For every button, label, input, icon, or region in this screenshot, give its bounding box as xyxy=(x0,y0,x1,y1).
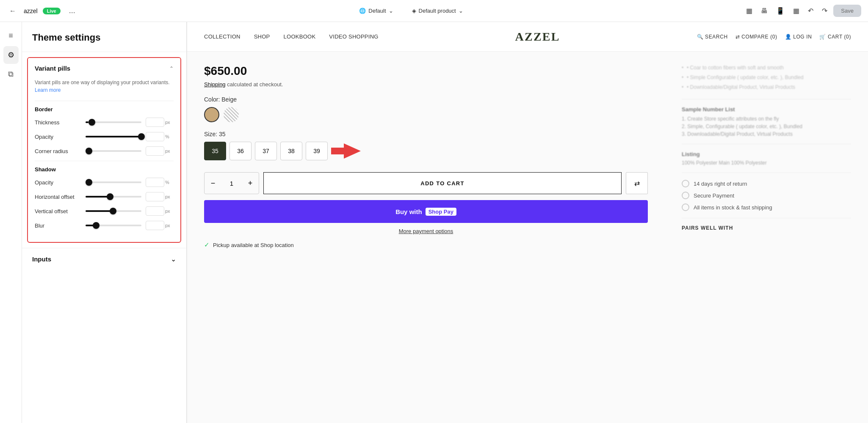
listing-title: Listing xyxy=(682,151,851,157)
vertical-offset-label: Vertical offset xyxy=(35,208,81,214)
variant-pills-description: Variant pills are one way of displaying … xyxy=(35,79,174,94)
opacity-input-group: 100 % xyxy=(146,132,174,141)
thickness-label: Thickness xyxy=(35,119,81,126)
thickness-input[interactable]: 1 xyxy=(146,118,164,127)
blur-input-group: 5 px xyxy=(146,221,174,230)
sidebar-settings-button[interactable]: ⚙ xyxy=(3,46,19,64)
top-bar-center: 🌐 Default ⌄ ◈ Default product ⌄ xyxy=(355,5,467,16)
quantity-control: − 1 + xyxy=(204,172,259,194)
default-product-dropdown[interactable]: ◈ Default product ⌄ xyxy=(408,5,467,16)
sample-item-3: 3. Downloadable/Digital Product, Virtual… xyxy=(682,131,851,137)
nav-login[interactable]: 👤 LOG IN xyxy=(785,34,812,40)
exchange-button[interactable]: ⇄ xyxy=(626,172,648,194)
vertical-offset-input[interactable]: 4 xyxy=(146,206,164,216)
trust-items: 14 days right of return Secure Payment A… xyxy=(682,180,851,211)
size-37[interactable]: 37 xyxy=(255,142,277,160)
pickup-text: Pickup available at Shop location xyxy=(213,242,294,248)
undo-button[interactable]: ↶ xyxy=(805,4,816,17)
blur-input[interactable]: 5 xyxy=(146,221,164,230)
shadow-opacity-slider[interactable] xyxy=(86,181,141,183)
sidebar-nav-button[interactable]: ≡ xyxy=(4,27,17,44)
sample-list-title: Sample Number List xyxy=(682,106,851,113)
blur-slider[interactable] xyxy=(86,225,141,226)
nav-video-shopping[interactable]: VIDEO SHOPPING xyxy=(329,33,378,40)
redo-button[interactable]: ↷ xyxy=(819,4,830,17)
exchange-icon: ⇄ xyxy=(634,179,640,187)
quantity-value: 1 xyxy=(221,180,242,187)
opacity-input[interactable]: 100 xyxy=(146,132,164,141)
product-price: $650.00 xyxy=(204,64,648,78)
nav-shop[interactable]: SHOP xyxy=(254,33,270,40)
default-label: Default xyxy=(368,8,386,14)
color-swatch-striped[interactable] xyxy=(224,107,239,122)
vertical-offset-unit: px xyxy=(165,209,174,214)
settings-panel: Theme settings Variant pills ⌃ Variant p… xyxy=(22,22,187,423)
size-36[interactable]: 36 xyxy=(229,142,252,160)
quantity-increase-button[interactable]: + xyxy=(242,173,259,193)
nav-actions: 🔍 SEARCH ⇄ COMPARE (0) 👤 LOG IN 🛒 CART (… xyxy=(697,34,851,40)
features-list: • Coar to cotton fibers with soft and sm… xyxy=(682,64,851,91)
inputs-title: Inputs xyxy=(32,255,51,263)
size-label: Size: 35 xyxy=(204,131,648,137)
shadow-opacity-label: Opacity xyxy=(35,179,81,186)
size-38[interactable]: 38 xyxy=(280,142,302,160)
corner-radius-slider[interactable] xyxy=(86,150,141,152)
more-options-button[interactable]: ... xyxy=(66,5,79,17)
nav-cart[interactable]: 🛒 CART (0) xyxy=(819,34,851,40)
shadow-opacity-input[interactable]: 0 xyxy=(146,178,164,187)
nav-lookbook[interactable]: LOOKBOOK xyxy=(284,33,316,40)
opacity-unit: % xyxy=(165,134,174,139)
pickup-row: ✓ Pickup available at Shop location xyxy=(204,241,648,249)
shop-pay-badge: Shop Pay xyxy=(426,208,456,216)
horizontal-offset-unit: px xyxy=(165,194,174,199)
top-bar-left: ← azzel Live ... xyxy=(7,5,79,17)
product-right: • Coar to cotton fibers with soft and sm… xyxy=(673,64,851,249)
horizontal-offset-input[interactable]: 0 xyxy=(146,192,164,201)
thickness-slider[interactable] xyxy=(86,121,141,123)
chevron-down-icon: ⌄ xyxy=(389,8,393,14)
back-button[interactable]: ← xyxy=(7,5,19,17)
add-to-cart-button[interactable]: ADD TO CART xyxy=(263,172,622,194)
quantity-decrease-button[interactable]: − xyxy=(205,173,221,193)
nav-collection[interactable]: COLLECTION xyxy=(204,33,240,40)
more-payment-options[interactable]: More payment options xyxy=(204,228,648,234)
size-39[interactable]: 39 xyxy=(306,142,328,160)
vertical-offset-control: Vertical offset 4 px xyxy=(35,206,174,216)
default-dropdown[interactable]: 🌐 Default ⌄ xyxy=(355,5,397,16)
horizontal-offset-slider[interactable] xyxy=(86,196,141,198)
shipping-link[interactable]: Shipping xyxy=(204,81,226,88)
corner-radius-input[interactable]: 0 xyxy=(146,146,164,156)
desktop-view-button[interactable]: 🖶 xyxy=(758,5,770,17)
mobile-view-button[interactable]: 📱 xyxy=(774,4,787,17)
sample-list-section: Sample Number List 1. Create Store speci… xyxy=(682,106,851,137)
variant-pills-header[interactable]: Variant pills ⌃ xyxy=(28,58,180,79)
product-shipping: Shipping calculated at checkout. xyxy=(204,81,648,88)
store-preview: COLLECTION SHOP LOOKBOOK VIDEO SHOPPING … xyxy=(187,22,868,423)
corner-radius-input-group: 0 px xyxy=(146,146,174,156)
learn-more-link[interactable]: Learn more xyxy=(35,87,61,93)
corner-radius-label: Corner radius xyxy=(35,148,81,154)
shadow-opacity-control: Opacity 0 % xyxy=(35,178,174,187)
opacity-slider[interactable] xyxy=(86,136,141,137)
globe-icon: 🌐 xyxy=(359,8,366,14)
inputs-section: Inputs ⌄ xyxy=(22,248,186,270)
sample-item-1: 1. Create Store specific attributes on t… xyxy=(682,116,851,122)
vertical-offset-slider[interactable] xyxy=(86,210,141,212)
color-swatch-beige[interactable] xyxy=(204,107,219,122)
color-label: Color: Beige xyxy=(204,96,648,103)
live-badge: Live xyxy=(43,8,61,14)
inputs-section-header[interactable]: Inputs ⌄ xyxy=(32,255,176,263)
color-swatches xyxy=(204,107,648,122)
nav-search[interactable]: 🔍 SEARCH xyxy=(697,34,728,40)
nav-compare[interactable]: ⇄ COMPARE (0) xyxy=(735,34,777,40)
save-button: Save xyxy=(833,5,861,17)
product-details: $650.00 Shipping calculated at checkout.… xyxy=(204,64,673,249)
size-35[interactable]: 35 xyxy=(204,142,226,160)
shopify-pay-button[interactable]: Buy with Shop Pay xyxy=(204,200,648,223)
grid-view-button[interactable]: ▦ xyxy=(791,4,802,17)
pairs-well-title: PAIRS WELL WITH xyxy=(682,225,851,231)
select-tool-button[interactable]: ▦ xyxy=(744,4,755,17)
sidebar-apps-button[interactable]: ⧉ xyxy=(4,66,18,83)
blur-unit: px xyxy=(165,223,174,228)
shadow-title: Shadow xyxy=(35,166,174,173)
